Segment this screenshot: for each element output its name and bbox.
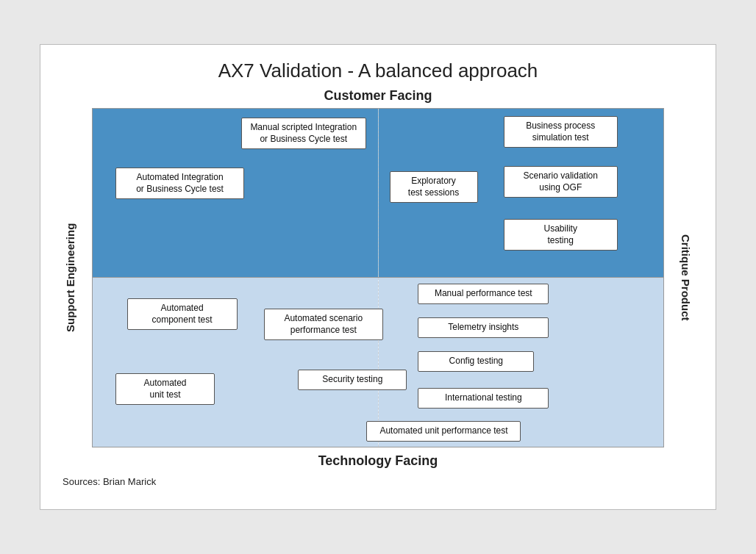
axis-bottom-label: Technology Facing [63, 453, 693, 469]
automated-component-card: Automatedcomponent test [127, 298, 238, 330]
bottom-quadrant: Automatedcomponent test Automatedunit te… [93, 278, 663, 447]
automated-unit-card: Automatedunit test [115, 373, 215, 405]
telemetry-insights-card: Telemetry insights [418, 317, 549, 338]
automated-unit-perf-card: Automated unit performance test [366, 421, 521, 442]
business-process-card: Business processsimulation test [504, 116, 618, 148]
axis-top-label: Customer Facing [63, 88, 693, 104]
source-text: Sources: Brian Marick [63, 476, 693, 487]
manual-performance-card: Manual performance test [418, 284, 549, 304]
security-testing-card: Security testing [298, 370, 407, 390]
main-title: AX7 Validation - A balanced approach [63, 60, 693, 82]
automated-integration-card: Automated Integrationor Business Cycle t… [115, 168, 244, 199]
automated-scenario-card: Automated scenarioperformance test [264, 309, 383, 340]
top-quadrant: Manual scripted Integrationor Business C… [93, 109, 663, 278]
usability-testing-card: Usabilitytesting [504, 219, 618, 251]
manual-scripted-card: Manual scripted Integrationor Business C… [241, 118, 366, 149]
international-testing-card: International testing [418, 388, 549, 409]
quadrant-container: Manual scripted Integrationor Business C… [92, 108, 664, 447]
scenario-validation-card: Scenario validationusing OGF [504, 166, 618, 198]
vertical-divider [378, 109, 379, 277]
config-testing-card: Config testing [418, 351, 534, 372]
exploratory-test-card: Exploratorytest sessions [390, 171, 478, 203]
main-card: AX7 Validation - A balanced approach Cus… [40, 44, 716, 510]
axis-right-label: Critique Product [680, 108, 692, 447]
axis-left-label: Support Engineering [64, 108, 76, 447]
diagram-wrapper: Support Engineering Critique Product Man… [92, 108, 664, 447]
